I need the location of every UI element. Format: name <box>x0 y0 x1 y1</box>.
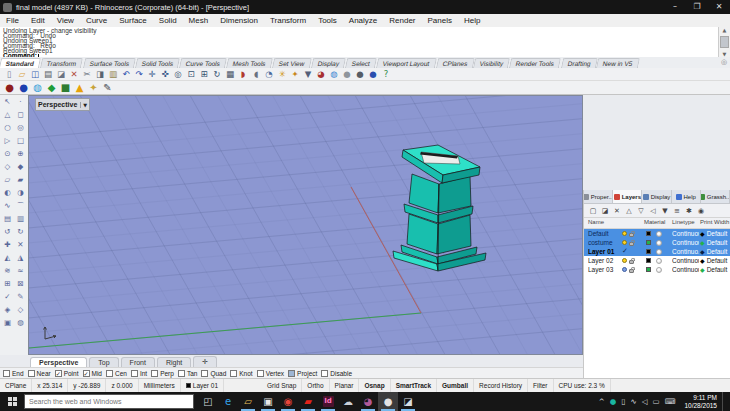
visibility-bulb-icon[interactable] <box>622 231 627 236</box>
status-planar[interactable]: Planar <box>330 379 360 393</box>
status-x-25-314[interactable]: x 25.314 <box>32 379 68 393</box>
palette-tool-27-icon[interactable]: ≋ <box>1 264 14 277</box>
print-icon[interactable]: ▤ <box>42 69 54 80</box>
menu-tools[interactable]: Tools <box>312 14 343 27</box>
zoom-window-icon[interactable]: ⊡ <box>185 69 197 80</box>
status-smarttrack[interactable]: SmartTrack <box>391 379 437 393</box>
indesign-icon[interactable]: Id <box>318 392 338 411</box>
palette-tool-6-icon[interactable]: ◎ <box>14 121 27 134</box>
palette-tool-28-icon[interactable]: ≈ <box>14 264 27 277</box>
checkbox-tan[interactable] <box>178 370 185 377</box>
palette-tool-19-icon[interactable]: ▤ <box>1 212 14 225</box>
checkbox-point[interactable]: ✓ <box>55 370 62 377</box>
palette-tool-35-icon[interactable]: ▣ <box>1 316 14 329</box>
restore-button[interactable]: ❐ <box>686 0 708 14</box>
viewport-tab-top[interactable]: Top <box>89 357 118 367</box>
menu-view[interactable]: View <box>51 14 80 27</box>
osnap-perp[interactable]: Perp <box>151 370 174 377</box>
menu-file[interactable]: File <box>0 14 25 27</box>
palette-tool-14-icon[interactable]: ▰ <box>14 173 27 186</box>
status-y-26-889[interactable]: y -26.889 <box>68 379 106 393</box>
status-gumball[interactable]: Gumball <box>437 379 474 393</box>
osnap-cen[interactable]: Cen <box>106 370 127 377</box>
lock-icon[interactable] <box>629 233 634 237</box>
move-icon[interactable]: ✜ <box>159 69 171 80</box>
show-desktop-button[interactable] <box>722 392 726 411</box>
layer-color-swatch[interactable] <box>646 249 651 254</box>
palette-tool-29-icon[interactable]: ⊞ <box>1 277 14 290</box>
lock-icon[interactable] <box>629 260 634 264</box>
material-icon[interactable] <box>656 249 662 255</box>
copy-clipboard-icon[interactable]: ◪ <box>55 69 67 80</box>
osnap-end[interactable]: End <box>3 370 24 377</box>
checkbox-int[interactable] <box>131 370 138 377</box>
palette-tool-17-icon[interactable]: ∿ <box>1 199 14 212</box>
palette-tool-15-icon[interactable]: ◐ <box>1 186 14 199</box>
palette-tool-12-icon[interactable]: ◆ <box>14 160 27 173</box>
menu-help[interactable]: Help <box>458 14 486 27</box>
palette-tool-31-icon[interactable]: ✓ <box>1 290 14 303</box>
perspective-viewport[interactable]: Perspective ▼ <box>28 95 583 355</box>
status-z-0-000[interactable]: z 0.000 <box>106 379 138 393</box>
rhino-app-icon[interactable]: ● <box>378 392 398 411</box>
toolbar-tab-render-tools[interactable]: Render Tools <box>509 58 561 68</box>
checkbox-end[interactable] <box>3 370 10 377</box>
palette-tool-16-icon[interactable]: ◑ <box>14 186 27 199</box>
palette-tool-5-icon[interactable]: ○ <box>1 121 14 134</box>
status-record-history[interactable]: Record History <box>474 379 528 393</box>
osnap-vertex[interactable]: Vertex <box>257 370 284 377</box>
display-mode-blue-icon[interactable]: ● <box>367 69 379 80</box>
filter-layers-icon[interactable]: ▼ <box>659 207 671 215</box>
menu-surface[interactable]: Surface <box>113 14 153 27</box>
layer-row-layer-02[interactable]: Layer 02Continuous◆Default <box>584 256 730 265</box>
status-ortho[interactable]: Ortho <box>302 379 329 393</box>
palette-tool-4-icon[interactable]: ◻ <box>14 108 27 121</box>
chrome-icon[interactable]: ◉ <box>278 392 298 411</box>
osnap-tan[interactable]: Tan <box>178 370 197 377</box>
action-center-icon[interactable]: ▭ <box>653 397 660 406</box>
osnap-quad[interactable]: Quad <box>201 370 226 377</box>
green-cube-icon[interactable]: ■ <box>59 82 72 93</box>
palette-tool-32-icon[interactable]: ✎ <box>14 290 27 303</box>
checkbox-vertex[interactable] <box>257 370 264 377</box>
checkbox-perp[interactable] <box>151 370 158 377</box>
undo-icon[interactable]: ↶ <box>120 69 132 80</box>
volume-muted-icon[interactable]: ◁ <box>642 397 648 406</box>
viewport-tab-[interactable]: ✛ <box>193 356 217 367</box>
new-file-icon[interactable]: ▯ <box>3 69 15 80</box>
palette-tool-33-icon[interactable]: ◈ <box>1 303 14 316</box>
menu-transform[interactable]: Transform <box>264 14 312 27</box>
visibility-bulb-icon[interactable] <box>622 267 627 272</box>
panel-tab-display[interactable]: Display <box>642 190 671 203</box>
sphere-app-icon[interactable]: ◕ <box>358 392 378 411</box>
close-button[interactable]: ✕ <box>708 0 730 14</box>
rotate-view-icon[interactable]: ↻ <box>211 69 223 80</box>
spotlight-icon[interactable]: ▼ <box>302 69 314 80</box>
status-cplane[interactable]: CPlane <box>0 379 32 393</box>
tray-app-icon[interactable]: ● <box>610 397 617 406</box>
palette-tool-34-icon[interactable]: ◇ <box>14 303 27 316</box>
command-scrollbar[interactable]: ▲ ▼ <box>718 27 730 57</box>
tray-expand-icon[interactable]: ^ <box>598 397 604 406</box>
scrollbar-thumb[interactable] <box>720 36 729 48</box>
open-file-icon[interactable]: ▱ <box>16 69 28 80</box>
lamp-icon[interactable]: ✦ <box>289 69 301 80</box>
wireframe-viewport-icon[interactable]: ◖ <box>250 69 262 80</box>
paste-icon[interactable]: ▥ <box>107 69 119 80</box>
material-icon[interactable] <box>656 267 662 273</box>
palette-tool-2-icon[interactable]: · <box>14 95 27 108</box>
palette-tool-9-icon[interactable]: ⊙ <box>1 147 14 160</box>
panel-tab-help[interactable]: Help <box>672 190 701 203</box>
palette-tool-30-icon[interactable]: ⊠ <box>14 277 27 290</box>
checkbox-cen[interactable] <box>106 370 113 377</box>
palette-tool-13-icon[interactable]: ▱ <box>1 173 14 186</box>
checkbox-knot[interactable] <box>230 370 237 377</box>
toolbar-tab-solid-tools[interactable]: Solid Tools <box>135 58 180 68</box>
palette-tool-18-icon[interactable]: ⌒ <box>14 199 27 212</box>
lock-icon[interactable] <box>629 269 634 273</box>
panel-tab-layers[interactable]: Layers <box>613 190 642 203</box>
viewport-title[interactable]: Perspective ▼ <box>35 98 90 111</box>
render-sphere-blue-icon[interactable]: ● <box>17 82 30 93</box>
minimize-button[interactable]: – <box>664 0 686 14</box>
palette-tool-36-icon[interactable]: ◍ <box>14 316 27 329</box>
